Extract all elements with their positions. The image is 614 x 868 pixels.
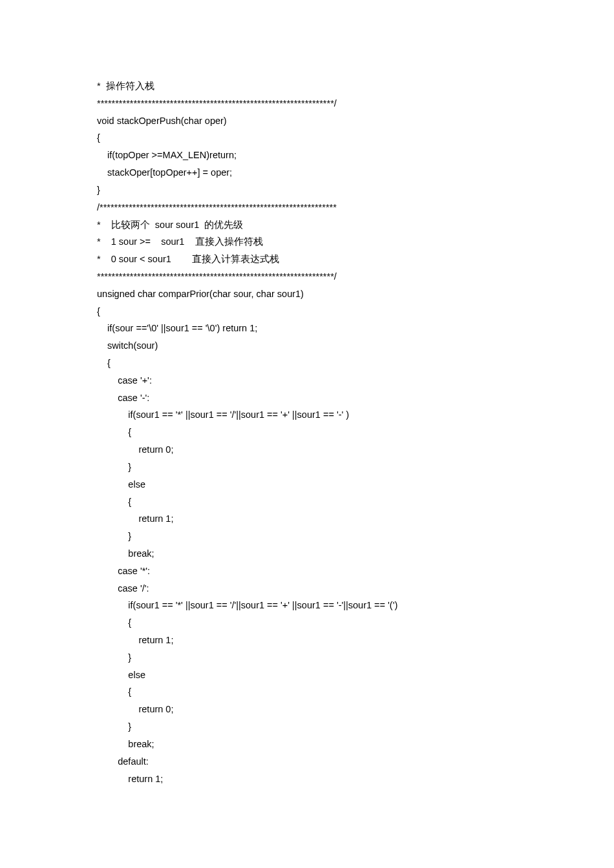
code-line: } <box>97 181 517 199</box>
code-line: ****************************************… <box>97 268 517 285</box>
code-line: return 1; <box>97 770 517 788</box>
document-page: * 操作符入栈*********************************… <box>0 0 614 868</box>
code-line: if(sour1 == '*' ||sour1 == '/'||sour1 ==… <box>97 406 517 424</box>
code-line: else <box>97 476 517 493</box>
code-line: * 比较两个 sour sour1 的优先级 <box>97 216 517 234</box>
code-line: switch(sour) <box>97 337 517 355</box>
code-line: { <box>97 303 517 320</box>
code-line: break; <box>97 545 517 563</box>
code-line: * 操作符入栈 <box>97 78 517 95</box>
code-line: case '+': <box>97 372 517 389</box>
code-line: ****************************************… <box>97 95 517 112</box>
code-line: return 1; <box>97 632 517 649</box>
code-line: if(sour1 == '*' ||sour1 == '/'||sour1 ==… <box>97 597 517 614</box>
code-line: return 0; <box>97 701 517 718</box>
code-line: return 1; <box>97 510 517 528</box>
code-line: } <box>97 528 517 545</box>
code-line: { <box>97 493 517 511</box>
code-line: } <box>97 459 517 476</box>
code-line: break; <box>97 736 517 753</box>
code-line: } <box>97 718 517 736</box>
code-line: { <box>97 355 517 372</box>
code-line: /***************************************… <box>97 199 517 216</box>
code-line: { <box>97 424 517 441</box>
code-line: * 0 sour < sour1 直接入计算表达式栈 <box>97 251 517 268</box>
code-line: case '-': <box>97 389 517 407</box>
code-line: } <box>97 649 517 666</box>
code-line: if(topOper >=MAX_LEN)return; <box>97 147 517 164</box>
code-line: stackOper[topOper++] = oper; <box>97 164 517 181</box>
code-line: void stackOperPush(char oper) <box>97 112 517 130</box>
code-line: unsigned char comparPrior(char sour, cha… <box>97 285 517 303</box>
code-line: default: <box>97 753 517 770</box>
code-line: if(sour =='\0' ||sour1 == '\0') return 1… <box>97 320 517 337</box>
code-line: case '/': <box>97 580 517 597</box>
code-line: * 1 sour >= sour1 直接入操作符栈 <box>97 233 517 251</box>
code-line: { <box>97 683 517 701</box>
code-line: { <box>97 129 517 147</box>
code-line: case '*': <box>97 563 517 580</box>
code-line: return 0; <box>97 441 517 459</box>
code-line: { <box>97 614 517 632</box>
code-line: else <box>97 666 517 684</box>
